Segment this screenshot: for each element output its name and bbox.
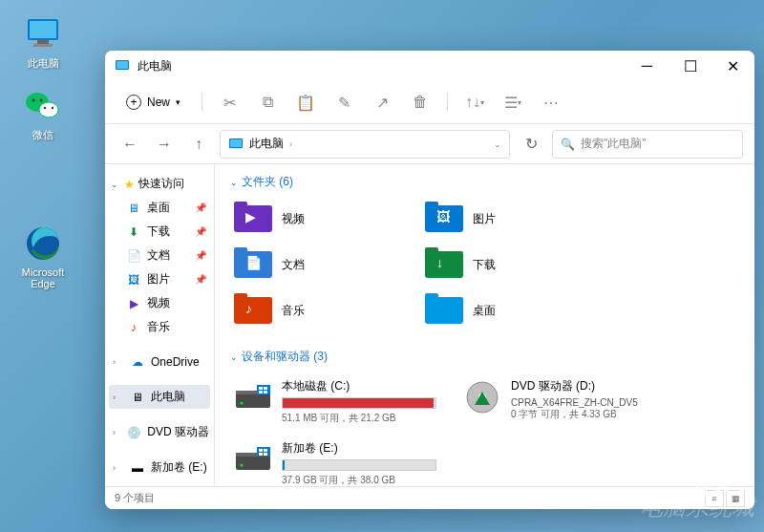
paste-icon[interactable]: 📋: [290, 87, 321, 117]
breadcrumb[interactable]: 此电脑 › ⌄: [220, 130, 510, 159]
view-details-button[interactable]: ≡: [705, 490, 724, 507]
svg-point-8: [44, 107, 46, 109]
sidebar-onedrive[interactable]: ›☁OneDrive: [109, 351, 210, 373]
svg-point-9: [52, 107, 53, 109]
sidebar-item-downloads[interactable]: ⬇下载📌: [109, 220, 210, 244]
forward-button[interactable]: →: [151, 131, 178, 158]
svg-rect-12: [117, 61, 128, 69]
drive-icon: [234, 378, 272, 416]
explorer-window: 此电脑 ─ ☐ ✕ + New ▾ ✂ ⧉ 📋 ✎ ↗ 🗑 ↑↓ ▾ ☰ ▾ ⋯…: [105, 51, 754, 509]
drive-name: DVD 驱动器 (D:): [511, 378, 666, 394]
sidebar-quick-access[interactable]: ⌄ ★ 快速访问: [109, 172, 210, 196]
chevron-down-icon: ⌄: [230, 178, 238, 187]
desktop-icon-label: 此电脑: [14, 56, 72, 71]
sidebar-item-videos[interactable]: ▶视频: [109, 291, 210, 315]
svg-point-5: [39, 102, 58, 117]
svg-point-6: [32, 99, 35, 102]
sidebar-item-desktop[interactable]: 🖥桌面📌: [109, 196, 210, 220]
desktop-icon-label: 微信: [14, 128, 72, 142]
item-count: 9 个项目: [115, 491, 155, 505]
chevron-down-icon: ⌄: [230, 352, 238, 362]
folder-label: 音乐: [282, 303, 305, 319]
chevron-down-icon[interactable]: ⌄: [494, 139, 501, 149]
search-input[interactable]: 🔍 搜索"此电脑": [552, 130, 743, 159]
svg-rect-22: [264, 391, 267, 394]
window-title: 此电脑: [138, 58, 626, 74]
svg-rect-20: [264, 387, 267, 390]
navbar: ← → ↑ 此电脑 › ⌄ ↻ 🔍 搜索"此电脑": [105, 123, 754, 163]
pc-icon: [228, 137, 244, 152]
pin-icon: 📌: [195, 226, 206, 237]
folders-section-header[interactable]: ⌄ 文件夹 (6): [230, 174, 739, 190]
view-icon[interactable]: ☰ ▾: [498, 87, 528, 117]
pin-icon: 📌: [195, 250, 206, 261]
back-button[interactable]: ←: [117, 131, 143, 158]
folder-item[interactable]: 🖼图片: [421, 200, 593, 238]
svg-rect-19: [259, 387, 263, 390]
drive-stats: 37.9 GB 可用，共 38.0 GB: [282, 474, 436, 486]
sidebar-new-volume[interactable]: ›▬新加卷 (E:): [109, 456, 210, 479]
svg-rect-3: [33, 44, 53, 47]
svg-point-27: [241, 464, 244, 467]
cut-icon[interactable]: ✂: [214, 87, 244, 117]
drive-stats: 0 字节 可用，共 4.33 GB: [511, 408, 666, 421]
svg-rect-14: [230, 139, 242, 147]
drive-item[interactable]: 新加卷 (E:)37.9 GB 可用，共 38.0 GB: [230, 436, 440, 486]
sidebar-dvd[interactable]: ›💿DVD 驱动器 (D:): [109, 420, 210, 444]
folder-label: 下载: [473, 257, 496, 273]
new-button[interactable]: + New ▾: [117, 91, 190, 114]
svg-rect-2: [37, 40, 49, 44]
pin-icon: 📌: [195, 202, 206, 213]
desktop-icon-this-pc[interactable]: 此电脑: [14, 14, 72, 71]
folder-item[interactable]: ▶视频: [230, 200, 402, 238]
folder-label: 文档: [282, 257, 305, 273]
drive-icon: [463, 378, 501, 416]
svg-point-17: [241, 402, 244, 405]
desktop-icon-wechat[interactable]: 微信: [14, 86, 72, 142]
sidebar-this-pc[interactable]: ›🖥此电脑: [109, 385, 210, 409]
delete-icon[interactable]: 🗑: [405, 87, 435, 117]
svg-rect-29: [259, 449, 263, 452]
sort-icon[interactable]: ↑↓ ▾: [459, 87, 490, 117]
window-icon: [115, 58, 130, 74]
desktop-icon-edge[interactable]: Microsoft Edge: [14, 224, 72, 289]
sidebar: ⌄ ★ 快速访问 🖥桌面📌 ⬇下载📌 📄文档📌 🖼图片📌 ▶视频 ♪音乐 ›☁O…: [105, 164, 215, 486]
more-icon[interactable]: ⋯: [536, 87, 566, 117]
folder-item[interactable]: ♪音乐: [230, 291, 402, 330]
drive-name: 新加卷 (E:): [282, 440, 436, 457]
maximize-button[interactable]: ☐: [668, 51, 711, 81]
view-icons-button[interactable]: ▦: [726, 490, 745, 507]
content-area: ⌄ 文件夹 (6) ▶视频🖼图片📄文档↓下载♪音乐桌面 ⌄ 设备和驱动器 (3)…: [215, 164, 754, 486]
drive-stats: 51.1 MB 可用，共 21.2 GB: [282, 412, 436, 425]
sidebar-item-music[interactable]: ♪音乐: [109, 315, 210, 339]
chevron-down-icon: ⌄: [111, 180, 120, 189]
rename-icon[interactable]: ✎: [329, 87, 359, 117]
copy-icon[interactable]: ⧉: [252, 87, 283, 117]
statusbar: 9 个项目 ≡ ▦: [105, 486, 754, 509]
drive-icon: [234, 440, 272, 479]
svg-rect-32: [264, 453, 267, 456]
folder-item[interactable]: 📄文档: [230, 245, 402, 284]
drives-section-header[interactable]: ⌄ 设备和驱动器 (3): [230, 349, 739, 365]
folder-item[interactable]: 桌面: [421, 291, 593, 330]
refresh-button[interactable]: ↻: [518, 131, 544, 158]
folder-label: 图片: [473, 211, 496, 227]
star-icon: ★: [124, 178, 135, 191]
desktop-icon-label: Microsoft Edge: [14, 266, 72, 289]
toolbar: + New ▾ ✂ ⧉ 📋 ✎ ↗ 🗑 ↑↓ ▾ ☰ ▾ ⋯: [105, 81, 754, 123]
plus-icon: +: [126, 95, 141, 110]
drive-item[interactable]: 本地磁盘 (C:)51.1 MB 可用，共 21.2 GB: [230, 374, 440, 429]
sidebar-item-pictures[interactable]: 🖼图片📌: [109, 267, 210, 291]
up-button[interactable]: ↑: [185, 131, 212, 158]
share-icon[interactable]: ↗: [367, 87, 397, 117]
svg-rect-21: [259, 391, 263, 394]
folder-item[interactable]: ↓下载: [421, 245, 593, 284]
sidebar-item-documents[interactable]: 📄文档📌: [109, 244, 210, 267]
minimize-button[interactable]: ─: [626, 51, 668, 81]
folder-label: 桌面: [473, 303, 496, 319]
search-icon: 🔍: [561, 138, 575, 151]
folder-label: 视频: [282, 211, 305, 227]
svg-rect-1: [30, 21, 56, 38]
drive-item[interactable]: DVD 驱动器 (D:)CPRA_X64FRE_ZH-CN_DV50 字节 可用…: [459, 374, 669, 429]
close-button[interactable]: ✕: [711, 51, 754, 81]
